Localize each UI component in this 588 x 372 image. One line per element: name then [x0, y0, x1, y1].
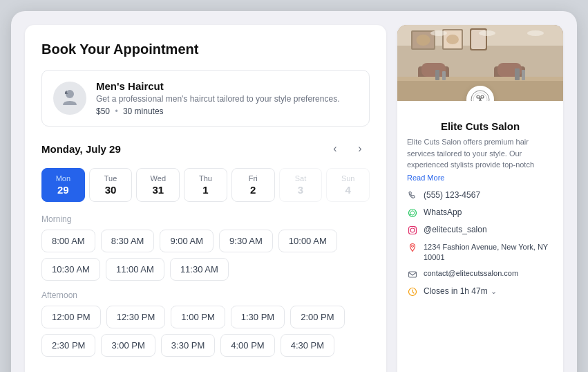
day-button-thu[interactable]: Thu 1	[184, 168, 227, 202]
time-slot-430pm[interactable]: 4:30 PM	[281, 334, 334, 357]
day-button-sun: Sun 4	[326, 168, 370, 202]
day-num-sun: 4	[345, 184, 351, 196]
instagram-icon	[407, 225, 418, 236]
email-icon	[407, 269, 418, 280]
svg-rect-12	[421, 63, 446, 77]
read-more-link[interactable]: Read More	[407, 174, 553, 182]
svg-point-35	[410, 228, 415, 232]
svg-point-5	[417, 35, 430, 46]
time-slot-1030am[interactable]: 10:30 AM	[41, 258, 100, 281]
time-slot-330pm[interactable]: 3:30 PM	[161, 334, 215, 357]
salon-description: Elite Cuts Salon offers premium hair ser…	[407, 136, 553, 171]
time-slot-300pm[interactable]: 3:00 PM	[101, 334, 155, 357]
prev-week-button[interactable]: ‹	[325, 139, 345, 158]
day-button-fri[interactable]: Fri 2	[231, 168, 275, 202]
contact-whatsapp: WhatsApp	[407, 207, 553, 218]
day-button-tue[interactable]: Tue 30	[89, 168, 133, 202]
contact-list: (555) 123-4567 WhatsApp	[407, 190, 553, 298]
salon-logo-svg: ELITE CUTS	[471, 90, 490, 101]
salon-name: Elite Cuts Salon	[407, 120, 553, 132]
day-num-tue: 30	[105, 184, 117, 196]
hours-text: Closes in 1h 47m	[424, 286, 488, 296]
service-price: $50	[96, 106, 110, 116]
time-slot-1100am[interactable]: 11:00 AM	[106, 258, 164, 281]
salon-info: Elite Cuts Salon Elite Cuts Salon offers…	[397, 101, 563, 372]
svg-rect-22	[522, 70, 525, 80]
service-duration: 30 minutes	[123, 106, 164, 116]
time-slot-1130am[interactable]: 11:30 AM	[170, 258, 229, 281]
svg-point-37	[412, 245, 414, 247]
day-num-wed: 31	[152, 184, 164, 196]
svg-rect-18	[397, 77, 563, 81]
svg-rect-34	[409, 226, 417, 234]
phone-number: (555) 123-4567	[424, 190, 480, 200]
service-meta: $50 • 30 minutes	[96, 106, 339, 116]
day-button-wed[interactable]: Wed 31	[136, 168, 180, 202]
separator: •	[115, 106, 117, 116]
nav-arrows: ‹ ›	[325, 139, 370, 158]
day-button-mon[interactable]: Mon 29	[41, 168, 85, 202]
morning-label: Morning	[41, 214, 370, 224]
day-num-mon: 29	[57, 184, 69, 196]
time-slot-100pm[interactable]: 1:00 PM	[171, 306, 225, 328]
time-slot-800am[interactable]: 8:00 AM	[41, 230, 95, 252]
whatsapp-label: WhatsApp	[424, 207, 462, 217]
service-description: Get a professional men's haircut tailore…	[96, 94, 339, 104]
salon-hero-image: ELITE CUTS	[397, 25, 563, 101]
svg-rect-38	[409, 272, 417, 277]
time-slot-130pm[interactable]: 1:30 PM	[231, 306, 285, 328]
service-card: Men's Haircut Get a professional men's h…	[41, 70, 370, 127]
haircut-icon	[59, 87, 81, 109]
svg-rect-20	[442, 71, 446, 80]
main-container: Book Your Appointment Men's Haircut Get …	[11, 11, 577, 372]
day-name-tue: Tue	[104, 174, 117, 183]
date-label: Monday, July 29	[41, 143, 121, 155]
time-slot-200pm[interactable]: 2:00 PM	[290, 306, 344, 328]
day-button-sat: Sat 3	[279, 168, 323, 202]
service-info: Men's Haircut Get a professional men's h…	[96, 80, 339, 116]
time-slot-1200pm[interactable]: 12:00 PM	[41, 306, 101, 328]
contact-address: 1234 Fashion Avenue, New York, NY 10001	[407, 242, 553, 263]
day-selector: Mon 29 Tue 30 Wed 31 Thu 1 Fri 2 Sat 3	[41, 168, 370, 202]
afternoon-time-grid: 12:00 PM 12:30 PM 1:00 PM 1:30 PM 2:00 P…	[41, 306, 370, 357]
right-panel: ELITE CUTS Elite Cuts Salon Elite Cuts S…	[397, 25, 563, 372]
day-num-fri: 2	[250, 184, 256, 196]
chevron-down-icon[interactable]: ⌄	[491, 287, 497, 296]
next-week-button[interactable]: ›	[350, 139, 370, 158]
time-slot-930am[interactable]: 9:30 AM	[219, 230, 273, 252]
svg-point-33	[409, 209, 417, 216]
date-header: Monday, July 29 ‹ ›	[41, 139, 370, 158]
time-slot-900am[interactable]: 9:00 AM	[160, 230, 214, 252]
day-name-wed: Wed	[151, 174, 166, 183]
time-slot-230pm[interactable]: 2:30 PM	[41, 334, 95, 357]
day-num-sat: 3	[298, 184, 303, 196]
clock-icon	[407, 286, 418, 297]
day-name-sat: Sat	[295, 174, 307, 183]
phone-icon	[407, 190, 418, 201]
service-name: Men's Haircut	[96, 80, 339, 92]
location-icon	[407, 242, 418, 253]
svg-point-36	[415, 227, 415, 228]
address-text: 1234 Fashion Avenue, New York, NY 10001	[424, 242, 553, 263]
time-slot-1230pm[interactable]: 12:30 PM	[106, 306, 166, 328]
time-slot-830am[interactable]: 8:30 AM	[101, 230, 155, 252]
contact-phone: (555) 123-4567	[407, 190, 553, 201]
time-slot-400pm[interactable]: 4:00 PM	[220, 334, 274, 357]
day-num-thu: 1	[202, 184, 208, 196]
svg-rect-21	[515, 68, 520, 80]
morning-time-grid: 8:00 AM 8:30 AM 9:00 AM 9:30 AM 10:00 AM…	[41, 230, 370, 281]
service-avatar	[53, 82, 86, 115]
email-address: contact@elitecutssalon.com	[424, 269, 518, 277]
day-name-thu: Thu	[199, 174, 212, 183]
svg-point-8	[446, 35, 459, 44]
day-name-sun: Sun	[341, 174, 355, 183]
afternoon-label: Afternoon	[41, 290, 370, 300]
svg-point-24	[479, 30, 495, 36]
svg-point-23	[430, 30, 447, 36]
time-slot-1000am[interactable]: 10:00 AM	[278, 230, 337, 252]
instagram-handle: @elitecuts_salon	[424, 225, 487, 234]
svg-rect-19	[435, 70, 439, 80]
left-panel: Book Your Appointment Men's Haircut Get …	[25, 25, 386, 372]
contact-instagram: @elitecuts_salon	[407, 225, 553, 236]
hours-row: Closes in 1h 47m ⌄	[424, 286, 497, 296]
